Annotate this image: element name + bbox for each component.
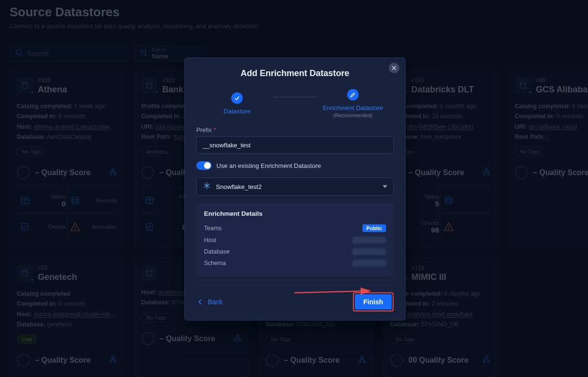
detail-teams: Teams Public bbox=[204, 222, 386, 234]
redacted-value bbox=[352, 237, 386, 244]
close-button[interactable] bbox=[389, 63, 399, 73]
step-enrichment[interactable]: Enrichment Datastore (Recommended) bbox=[317, 89, 389, 118]
public-badge: Public bbox=[362, 224, 386, 232]
stepper: Datastore Enrichment Datastore (Recommen… bbox=[185, 89, 405, 118]
use-existing-toggle[interactable] bbox=[196, 161, 212, 170]
step-edit-icon bbox=[347, 89, 359, 100]
details-heading: Enrichment Details bbox=[204, 210, 386, 217]
toggle-label: Use an existing Enrichment Datastore bbox=[216, 162, 321, 169]
prefix-label: Prefix* bbox=[196, 127, 394, 133]
modal-footer: Back Finish bbox=[185, 286, 405, 311]
snowflake-icon bbox=[203, 181, 211, 192]
step-datastore[interactable]: Datastore bbox=[201, 92, 273, 115]
select-value: Snowflake_test2 bbox=[216, 183, 378, 190]
back-button[interactable]: Back bbox=[196, 298, 223, 306]
finish-button[interactable]: Finish bbox=[355, 294, 392, 310]
enrichment-details: Enrichment Details Teams Public Host Dat… bbox=[196, 203, 394, 277]
chevron-left-icon bbox=[196, 298, 204, 306]
step-line bbox=[273, 97, 317, 98]
add-enrichment-modal: Add Enrichment Datastore Datastore Enric… bbox=[184, 57, 406, 321]
chevron-down-icon bbox=[383, 185, 387, 188]
redacted-value bbox=[352, 260, 386, 266]
modal-title: Add Enrichment Datastore bbox=[185, 68, 405, 78]
detail-schema: Schema bbox=[204, 257, 386, 269]
prefix-input[interactable] bbox=[196, 136, 394, 154]
step-check-icon bbox=[231, 92, 243, 104]
detail-host: Host bbox=[204, 234, 386, 246]
modal-form: Prefix* Use an existing Enrichment Datas… bbox=[185, 118, 405, 277]
use-existing-toggle-row: Use an existing Enrichment Datastore bbox=[196, 161, 394, 170]
redacted-value bbox=[352, 248, 386, 255]
enrichment-select[interactable]: Snowflake_test2 bbox=[196, 177, 394, 196]
detail-database: Database bbox=[204, 246, 386, 257]
finish-highlight: Finish bbox=[353, 292, 394, 311]
required-icon: * bbox=[214, 127, 216, 133]
